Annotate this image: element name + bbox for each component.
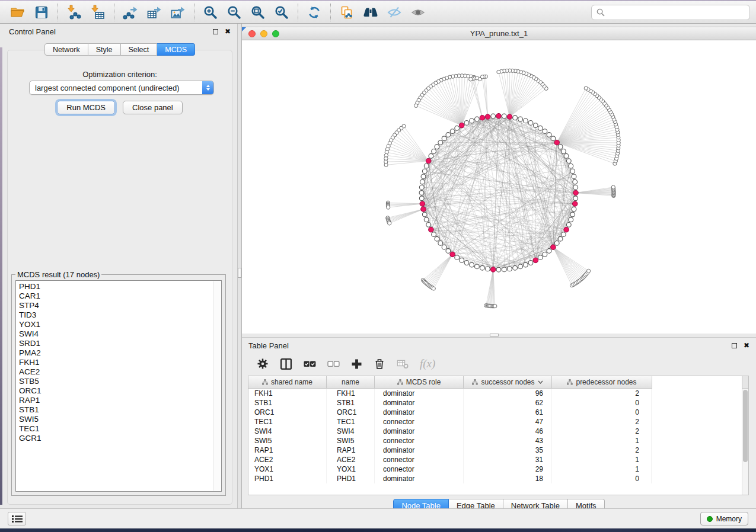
cell-predecessor-nodes[interactable]: 1: [552, 464, 652, 474]
run-mcds-button[interactable]: Run MCDS: [57, 101, 115, 114]
tab-mcds[interactable]: MCDS: [157, 43, 195, 56]
mcds-result-item[interactable]: YOX1: [19, 320, 221, 329]
column-header-shared-name[interactable]: shared name: [248, 376, 327, 388]
mcds-result-item[interactable]: SWI5: [19, 415, 221, 424]
mcds-result-item[interactable]: GCR1: [19, 434, 221, 443]
close-window-icon[interactable]: [248, 30, 256, 37]
cell-shared-name[interactable]: SWI5: [248, 436, 327, 446]
splitter-grip[interactable]: [238, 268, 241, 278]
import-network-icon[interactable]: [62, 3, 86, 22]
column-header-predecessor-nodes[interactable]: predecessor nodes: [552, 376, 652, 388]
cell-name[interactable]: ORC1: [327, 408, 375, 417]
cell-mcds-role[interactable]: dominator: [375, 408, 464, 417]
cell-predecessor-nodes[interactable]: 2: [552, 389, 652, 398]
zoom-out-icon[interactable]: [222, 3, 246, 22]
cell-successor-nodes[interactable]: 61: [464, 408, 552, 417]
gear-icon[interactable]: [257, 358, 269, 370]
cell-successor-nodes[interactable]: 96: [464, 389, 552, 398]
add-row-icon[interactable]: [351, 358, 362, 370]
cell-predecessor-nodes[interactable]: 0: [552, 474, 652, 483]
cell-name[interactable]: SWI4: [327, 427, 375, 436]
cell-shared-name[interactable]: PHD1: [248, 474, 327, 483]
mcds-result-item[interactable]: RAP1: [19, 396, 221, 405]
cell-shared-name[interactable]: ORC1: [248, 408, 327, 417]
network-graph[interactable]: [242, 40, 756, 334]
cell-shared-name[interactable]: RAP1: [248, 446, 327, 455]
cell-mcds-role[interactable]: dominator: [375, 446, 464, 455]
zoom-selected-icon[interactable]: [270, 3, 294, 22]
mcds-result-item[interactable]: TEC1: [19, 424, 221, 434]
table-row[interactable]: ACE2ACE2connector311: [248, 455, 652, 464]
cell-successor-nodes[interactable]: 46: [464, 427, 552, 436]
cell-predecessor-nodes[interactable]: 2: [552, 427, 652, 436]
cell-shared-name[interactable]: ACE2: [248, 455, 327, 464]
close-panel-icon[interactable]: ✖: [744, 342, 749, 349]
save-session-icon[interactable]: [30, 3, 53, 22]
mcds-result-item[interactable]: SWI4: [19, 329, 221, 339]
zoom-in-icon[interactable]: [199, 3, 222, 22]
cell-mcds-role[interactable]: dominator: [375, 398, 464, 408]
cell-mcds-role[interactable]: connector: [375, 436, 464, 446]
cell-mcds-role[interactable]: connector: [375, 464, 464, 474]
zoom-fit-icon[interactable]: [246, 3, 270, 22]
cell-shared-name[interactable]: FKH1: [248, 389, 327, 398]
show-columns-icon[interactable]: [280, 358, 292, 370]
cell-mcds-role[interactable]: dominator: [375, 427, 464, 436]
close-panel-icon[interactable]: ✖: [225, 28, 231, 35]
mcds-result-list[interactable]: PHD1CAR1STP4TID3YOX1SWI4SRD1PMA2FKH1ACE2…: [15, 280, 222, 492]
optimization-criterion-select[interactable]: largest connected component (undirected): [29, 81, 214, 95]
mcds-result-item[interactable]: CAR1: [19, 291, 221, 301]
column-header-mcds-role[interactable]: MCDS role: [375, 376, 464, 388]
cell-predecessor-nodes[interactable]: 1: [552, 436, 652, 446]
cell-name[interactable]: TEC1: [327, 417, 375, 427]
table-row[interactable]: TEC1TEC1connector472: [248, 417, 652, 427]
cell-name[interactable]: PHD1: [327, 474, 375, 483]
export-image-icon[interactable]: [166, 3, 190, 22]
mcds-result-item[interactable]: STB5: [19, 377, 221, 386]
cell-shared-name[interactable]: SWI4: [248, 427, 327, 436]
cell-name[interactable]: FKH1: [327, 389, 375, 398]
cell-shared-name[interactable]: YOX1: [248, 464, 327, 474]
table-row[interactable]: ORC1ORC1dominator610: [248, 408, 652, 417]
mcds-result-item[interactable]: ACE2: [19, 367, 221, 377]
hide-selected-icon[interactable]: [382, 3, 406, 22]
cell-successor-nodes[interactable]: 47: [464, 417, 552, 427]
import-table-icon[interactable]: [86, 3, 110, 22]
cell-name[interactable]: SWI5: [327, 436, 375, 446]
cell-successor-nodes[interactable]: 35: [464, 446, 552, 455]
mcds-result-item[interactable]: SRD1: [19, 339, 221, 348]
float-panel-icon[interactable]: [213, 29, 218, 34]
splitter-grip[interactable]: [490, 334, 499, 336]
cell-successor-nodes[interactable]: 43: [464, 436, 552, 446]
network-canvas[interactable]: [242, 40, 756, 334]
cell-name[interactable]: RAP1: [327, 446, 375, 455]
cell-successor-nodes[interactable]: 62: [464, 398, 552, 408]
show-all-icon[interactable]: [406, 3, 430, 22]
maximize-window-icon[interactable]: [272, 30, 279, 37]
deselect-all-icon[interactable]: [327, 360, 340, 368]
network-view-titlebar[interactable]: YPA_prune.txt_1: [242, 27, 756, 40]
cell-mcds-role[interactable]: dominator: [375, 474, 464, 483]
tab-style[interactable]: Style: [88, 43, 121, 56]
mcds-result-item[interactable]: STB1: [19, 405, 221, 415]
table-row[interactable]: YOX1YOX1connector291: [248, 464, 652, 474]
vertical-splitter[interactable]: [237, 24, 242, 508]
mcds-result-item[interactable]: ORC1: [19, 386, 221, 396]
select-all-icon[interactable]: [304, 360, 316, 368]
cell-shared-name[interactable]: TEC1: [248, 417, 327, 427]
minimize-window-icon[interactable]: [260, 30, 267, 37]
memory-button[interactable]: Memory: [700, 512, 748, 525]
find-binoculars-icon[interactable]: [359, 3, 382, 22]
cell-predecessor-nodes[interactable]: 0: [552, 408, 652, 417]
float-panel-icon[interactable]: [732, 343, 737, 348]
task-history-button[interactable]: [8, 512, 26, 525]
mcds-result-item[interactable]: TID3: [19, 310, 221, 320]
cell-successor-nodes[interactable]: 31: [464, 455, 552, 464]
table-row[interactable]: FKH1FKH1dominator962: [248, 389, 652, 398]
close-panel-button[interactable]: Close panel: [123, 101, 183, 114]
cell-name[interactable]: ACE2: [327, 455, 375, 464]
table-row[interactable]: RAP1RAP1dominator352: [248, 446, 652, 455]
mcds-result-item[interactable]: FKH1: [19, 358, 221, 367]
table-row[interactable]: SWI5SWI5connector431: [248, 436, 652, 446]
mcds-result-item[interactable]: STP4: [19, 301, 221, 310]
